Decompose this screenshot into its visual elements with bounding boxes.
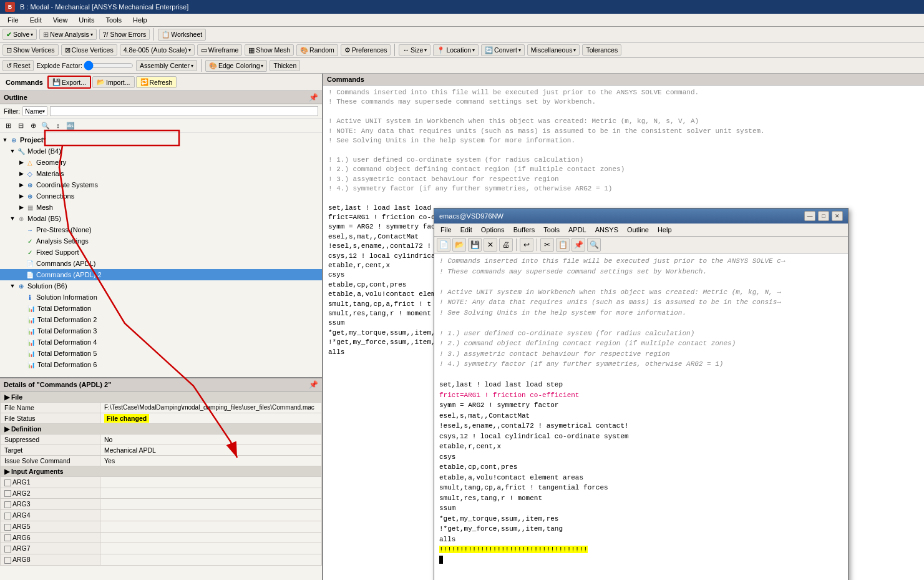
- toggle-geometry[interactable]: ▶: [17, 159, 25, 166]
- tolerances-btn[interactable]: Tolerances: [582, 44, 621, 56]
- tree-item-def2[interactable]: 📊 Total Deformation 2: [0, 314, 322, 325]
- edge-coloring-dropdown[interactable]: 🎨 Edge Coloring ▾: [205, 60, 268, 72]
- collapse-all-btn[interactable]: ⊟: [15, 120, 26, 131]
- emacs-close-file-btn[interactable]: ✕: [484, 238, 497, 252]
- emacs-menu-buffers[interactable]: Buffers: [510, 225, 539, 235]
- tree-item-def3[interactable]: 📊 Total Deformation 3: [0, 325, 322, 337]
- tree-item-mesh[interactable]: ▶ ▦ Mesh: [0, 202, 322, 213]
- show-mesh-btn[interactable]: ▦ Show Mesh: [245, 44, 294, 56]
- assembly-center-dropdown[interactable]: Assembly Center ▾: [136, 60, 197, 71]
- worksheet-btn[interactable]: 📋 Worksheet: [158, 29, 206, 41]
- emacs-print-btn[interactable]: 🖨: [499, 238, 513, 252]
- emacs-close-btn[interactable]: ✕: [832, 211, 843, 221]
- filter-input[interactable]: [50, 106, 318, 116]
- arg4-checkbox[interactable]: [4, 513, 11, 519]
- emacs-new-btn[interactable]: 📄: [437, 238, 450, 252]
- emacs-menu-edit[interactable]: Edit: [457, 225, 476, 235]
- toggle-cmd2[interactable]: [17, 271, 25, 278]
- arg2-checkbox[interactable]: [4, 490, 11, 497]
- new-analysis-btn[interactable]: ⊞ New Analysis ▾: [39, 29, 96, 40]
- toggle-mesh[interactable]: ▶: [17, 204, 25, 211]
- emacs-menu-ansys[interactable]: ANSYS: [591, 225, 622, 235]
- emacs-copy-btn[interactable]: 📋: [556, 238, 570, 252]
- toggle-analysis[interactable]: [17, 237, 25, 245]
- toggle-coord[interactable]: ▶: [17, 181, 25, 189]
- toggle-cmd1[interactable]: [17, 260, 25, 267]
- tree-item-prestress[interactable]: → Pre-Stress (None): [0, 224, 322, 235]
- convert-dropdown[interactable]: 🔄 Convert ▾: [481, 44, 525, 56]
- import-btn[interactable]: 📂 Import...: [92, 76, 135, 88]
- emacs-menu-outline[interactable]: Outline: [623, 225, 653, 235]
- toggle-def4[interactable]: [19, 338, 26, 346]
- tree-item-geometry[interactable]: ▶ △ Geometry: [0, 157, 322, 168]
- toggle-def3[interactable]: [19, 327, 26, 335]
- filter-type-dropdown[interactable]: Name ▾: [22, 106, 47, 116]
- tree-item-model[interactable]: ▼ 🔧 Model (B4): [0, 145, 322, 157]
- menu-edit[interactable]: Edit: [25, 15, 47, 25]
- emacs-undo-btn[interactable]: ↩: [520, 238, 533, 252]
- toggle-def1[interactable]: [19, 305, 26, 312]
- toggle-materials[interactable]: ▶: [17, 170, 25, 177]
- tree-item-project[interactable]: ▼ ⊕ Project*: [0, 134, 322, 145]
- emacs-menu-tools[interactable]: Tools: [540, 225, 563, 235]
- thicken-btn[interactable]: Thicken: [270, 60, 300, 71]
- show-errors-btn[interactable]: ?/ Show Errors: [99, 29, 150, 40]
- miscellaneous-dropdown[interactable]: Miscellaneous ▾: [527, 44, 580, 56]
- toggle-modal[interactable]: ▼: [9, 215, 16, 222]
- tree-item-coord[interactable]: ▶ ⊕ Coordinate Systems: [0, 179, 322, 190]
- emacs-find-btn[interactable]: 🔍: [587, 238, 601, 252]
- expand-all-btn[interactable]: ⊞: [2, 120, 14, 131]
- toggle-def2[interactable]: [19, 316, 26, 323]
- close-vertices-btn[interactable]: ⊠ Close Vertices: [61, 44, 117, 56]
- refresh-btn[interactable]: 🔁 Refresh: [136, 76, 177, 88]
- arg3-checkbox[interactable]: [4, 501, 11, 508]
- emacs-cut-btn[interactable]: ✂: [540, 238, 554, 252]
- tree-item-modal[interactable]: ▼ ⊕ Modal (B5): [0, 213, 322, 224]
- explode-factor-slider[interactable]: [84, 61, 134, 70]
- solve-btn[interactable]: ✔ Solve ▾: [2, 29, 37, 40]
- tree-item-analysis[interactable]: ✓ Analysis Settings: [0, 235, 322, 247]
- emacs-editor[interactable]: ! Commands inserted into this file will …: [434, 253, 848, 580]
- menu-tools[interactable]: Tools: [100, 15, 127, 25]
- tree-item-connections[interactable]: ▶ ⊕ Connections: [0, 190, 322, 202]
- tree-item-solinfo[interactable]: ℹ Solution Information: [0, 292, 322, 303]
- details-scroll[interactable]: ▶ File File Name F:\TestCase\ModalDampin…: [0, 391, 322, 580]
- show-vertices-btn[interactable]: ⊡ Show Vertices: [2, 44, 59, 56]
- pin-icon[interactable]: 📌: [309, 93, 318, 102]
- location-dropdown[interactable]: 📍 Location ▾: [433, 44, 479, 56]
- sort-btn[interactable]: ↕: [52, 120, 64, 131]
- arg8-checkbox[interactable]: [4, 557, 11, 564]
- emacs-restore-btn[interactable]: □: [818, 211, 829, 221]
- toggle-def6[interactable]: [19, 361, 26, 368]
- toggle-project[interactable]: ▼: [1, 136, 9, 144]
- tree-item-materials[interactable]: ▶ ◇ Materials: [0, 168, 322, 179]
- arg1-checkbox[interactable]: [4, 479, 11, 486]
- emacs-paste-btn[interactable]: 📌: [571, 238, 585, 252]
- emacs-menu-help[interactable]: Help: [654, 225, 676, 235]
- tree-item-def5[interactable]: 📊 Total Deformation 5: [0, 348, 322, 359]
- toggle-prestress[interactable]: [17, 226, 25, 233]
- preferences-btn[interactable]: ⚙ Preferences: [341, 44, 391, 56]
- menu-file[interactable]: File: [2, 15, 24, 25]
- details-pin-icon[interactable]: 📌: [309, 380, 318, 389]
- menu-view[interactable]: View: [48, 15, 73, 25]
- tree-item-solution[interactable]: ▼ ⊕ Solution (B6): [0, 280, 322, 292]
- emacs-menu-file[interactable]: File: [437, 225, 455, 235]
- arg6-checkbox[interactable]: [4, 534, 11, 541]
- toggle-solinfo[interactable]: [17, 293, 25, 301]
- toggle-connections[interactable]: ▶: [17, 192, 25, 200]
- size-dropdown[interactable]: ↔ Size ▾: [399, 44, 430, 56]
- tree-item-def1[interactable]: 📊 Total Deformation: [0, 303, 322, 314]
- toggle-def5[interactable]: [19, 350, 26, 357]
- outline-icon2[interactable]: 🔤: [65, 120, 76, 131]
- menu-units[interactable]: Units: [74, 15, 99, 25]
- toggle-solution[interactable]: ▼: [9, 282, 16, 290]
- wireframe-btn[interactable]: ▭ Wireframe: [197, 44, 242, 56]
- emacs-open-btn[interactable]: 📂: [452, 238, 466, 252]
- emacs-menu-options[interactable]: Options: [477, 225, 508, 235]
- emacs-minimize-btn[interactable]: —: [804, 211, 815, 221]
- tree-item-fixed[interactable]: ✓ Fixed Support: [0, 247, 322, 258]
- emacs-save-btn[interactable]: 💾: [468, 238, 482, 252]
- filter-active-btn[interactable]: 🔍: [40, 120, 51, 131]
- tree-item-def6[interactable]: 📊 Total Deformation 6: [0, 359, 322, 370]
